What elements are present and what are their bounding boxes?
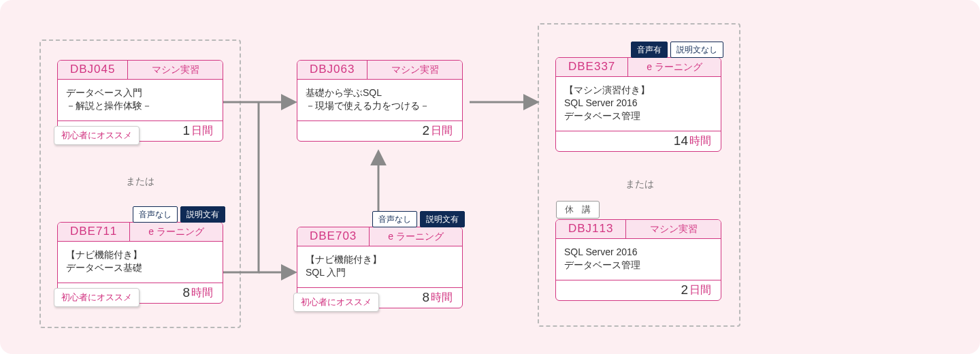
flag-audio: 音声なし (133, 206, 178, 223)
course-code: DBJ045 (58, 61, 128, 79)
course-tag: マシン実習 (368, 61, 462, 79)
course-card-dbe337[interactable]: 音声有 説明文なし DBE337 e ラーニング 【マシン演習付き】SQL Se… (555, 57, 721, 152)
or-label: または (113, 176, 167, 188)
or-label: または (612, 178, 667, 191)
course-code: DBJ063 (297, 61, 368, 79)
course-tag: e ラーニング (130, 223, 223, 241)
course-title: 【ナビ機能付き】SQL 入門 (297, 246, 462, 287)
flag-audio: 音声なし (372, 211, 417, 227)
course-card-dbe711[interactable]: 音声なし 説明文有 DBE711 e ラーニング 【ナビ機能付き】データベース基… (57, 222, 223, 304)
course-tag: e ラーニング (370, 227, 462, 246)
duration-unit: 時間 (689, 133, 711, 148)
flag-text: 説明文なし (670, 42, 723, 58)
duration-unit: 日間 (191, 123, 213, 138)
course-code: DBE711 (58, 223, 130, 241)
course-flow-diagram: DBJ045 マシン実習 データベース入門－解説と操作体験－ 1 日間 初心者に… (0, 0, 980, 354)
course-title: 【ナビ機能付き】データベース基礎 (58, 242, 223, 283)
duration-number: 14 (674, 132, 689, 150)
course-code: DBJ113 (556, 220, 626, 238)
beginner-badge: 初心者にオススメ (54, 126, 140, 145)
duration-unit: 時間 (191, 285, 213, 300)
flags: 音声なし 説明文有 (133, 206, 225, 223)
duration-unit: 日間 (431, 123, 453, 138)
duration-number: 2 (681, 281, 689, 299)
flag-audio: 音声有 (631, 42, 668, 58)
beginner-badge: 初心者にオススメ (54, 288, 140, 307)
duration-number: 8 (182, 284, 191, 302)
flags: 音声有 説明文なし (631, 42, 723, 58)
course-code: DBE337 (556, 58, 628, 76)
beginner-badge: 初心者にオススメ (293, 293, 379, 312)
duration-number: 1 (182, 122, 191, 140)
suspended-chip: 休 講 (556, 201, 600, 219)
course-card-dbj045[interactable]: DBJ045 マシン実習 データベース入門－解説と操作体験－ 1 日間 初心者に… (57, 60, 223, 142)
duration-number: 2 (422, 122, 431, 140)
course-title: 基礎から学ぶSQL－現場で使える力をつける－ (297, 80, 462, 120)
duration-number: 8 (422, 289, 431, 306)
course-code: DBE703 (297, 227, 370, 246)
course-tag: e ラーニング (628, 58, 721, 76)
flags: 音声なし 説明文有 (372, 211, 465, 227)
duration-unit: 時間 (431, 290, 453, 305)
course-card-dbe703[interactable]: 音声なし 説明文有 DBE703 e ラーニング 【ナビ機能付き】SQL 入門 … (297, 227, 463, 308)
course-title: 【マシン演習付き】SQL Server 2016データベース管理 (556, 77, 721, 131)
flag-text: 説明文有 (180, 206, 225, 223)
course-tag: マシン実習 (128, 61, 223, 79)
flag-text: 説明文有 (420, 211, 465, 227)
course-card-dbj063[interactable]: DBJ063 マシン実習 基礎から学ぶSQL－現場で使える力をつける－ 2 日間 (297, 60, 463, 142)
course-card-dbj113[interactable]: 休 講 DBJ113 マシン実習 SQL Server 2016データベース管理… (555, 219, 721, 301)
course-tag: マシン実習 (626, 220, 721, 238)
course-title: データベース入門－解説と操作体験－ (58, 80, 223, 120)
duration-unit: 日間 (689, 283, 711, 297)
course-title: SQL Server 2016データベース管理 (556, 239, 721, 280)
